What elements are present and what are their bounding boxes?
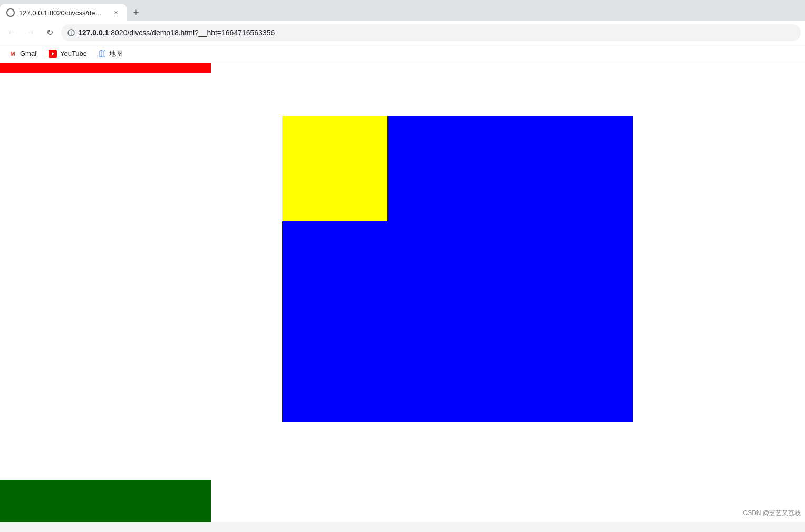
tab-close-button[interactable]: × bbox=[112, 8, 120, 17]
youtube-favicon bbox=[49, 50, 57, 58]
page-content: CSDN @芝艺又荔枝 bbox=[0, 63, 805, 522]
back-button[interactable]: ← bbox=[4, 25, 19, 40]
forward-button[interactable]: → bbox=[23, 25, 38, 40]
bookmark-youtube-label: YouTube bbox=[60, 50, 87, 57]
url-path: :8020/divcss/demo18.html?__hbt=166471656… bbox=[109, 28, 275, 37]
svg-marker-2 bbox=[52, 52, 54, 55]
refresh-button[interactable]: ↻ bbox=[42, 25, 57, 40]
bookmark-gmail[interactable]: M Gmail bbox=[4, 47, 42, 60]
url-bar[interactable]: i 127.0.0.1:8020/divcss/demo18.html?__hb… bbox=[61, 24, 801, 41]
svg-text:i: i bbox=[71, 31, 72, 36]
security-icon: i bbox=[67, 29, 75, 36]
bookmark-maps[interactable]: 地图 bbox=[93, 47, 127, 61]
watermark: CSDN @芝艺又荔枝 bbox=[743, 509, 801, 518]
tab-title: 127.0.0.1:8020/divcss/demo18 bbox=[19, 9, 108, 17]
address-bar: ← → ↻ i 127.0.0.1:8020/divcss/demo18.htm… bbox=[0, 21, 805, 44]
yellow-box bbox=[282, 116, 387, 221]
bookmark-youtube[interactable]: YouTube bbox=[44, 47, 91, 60]
bookmark-maps-label: 地图 bbox=[109, 49, 123, 59]
bookmarks-bar: M Gmail YouTube 地图 bbox=[0, 44, 805, 63]
blue-box-bottom bbox=[282, 221, 633, 422]
bookmark-gmail-label: Gmail bbox=[20, 50, 38, 57]
url-host: 127.0.0.1 bbox=[78, 28, 109, 37]
browser-chrome: 127.0.0.1:8020/divcss/demo18 × + ← → ↻ i… bbox=[0, 0, 805, 63]
maps-favicon bbox=[98, 50, 106, 58]
red-bar bbox=[0, 63, 211, 73]
gmail-favicon: M bbox=[8, 50, 17, 58]
tab-favicon bbox=[6, 8, 15, 17]
new-tab-button[interactable]: + bbox=[129, 5, 143, 20]
active-tab[interactable]: 127.0.0.1:8020/divcss/demo18 × bbox=[0, 4, 127, 21]
tab-bar: 127.0.0.1:8020/divcss/demo18 × + bbox=[0, 0, 805, 21]
url-text: 127.0.0.1:8020/divcss/demo18.html?__hbt=… bbox=[78, 28, 275, 37]
green-bar bbox=[0, 480, 211, 522]
